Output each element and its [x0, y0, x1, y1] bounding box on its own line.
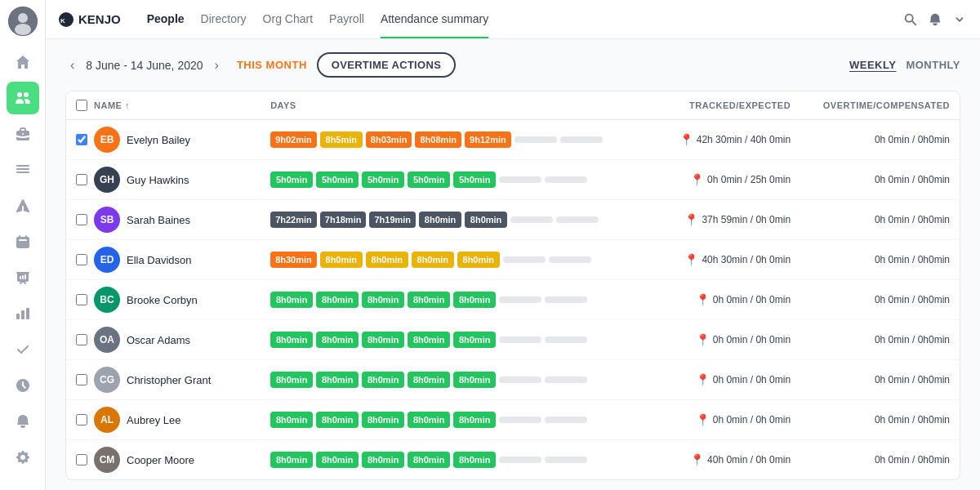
day-badge-5-6[interactable] [545, 336, 587, 343]
day-badge-2-6[interactable] [556, 216, 599, 223]
row-checkbox-3[interactable] [76, 254, 87, 265]
row-checkbox-6[interactable] [76, 374, 87, 385]
day-badge-0-0[interactable]: 9h02min [270, 131, 317, 148]
sidebar-item-people[interactable] [7, 82, 39, 114]
prev-week-button[interactable]: ‹ [65, 56, 79, 74]
day-badge-7-1[interactable]: 8h0min [316, 412, 359, 428]
row-checkbox-0[interactable] [76, 134, 87, 145]
nav-payroll[interactable]: Payroll [329, 1, 364, 38]
day-badge-4-4[interactable]: 8h0min [453, 292, 496, 308]
day-badge-2-1[interactable]: 7h18min [320, 212, 367, 228]
sidebar-item-clock[interactable] [7, 369, 39, 402]
search-icon[interactable] [903, 12, 918, 27]
day-badge-8-2[interactable]: 8h0min [362, 452, 404, 468]
day-badge-8-3[interactable]: 8h0min [408, 452, 450, 468]
day-badge-0-6[interactable] [560, 136, 603, 143]
day-badge-3-1[interactable]: 8h0min [320, 252, 363, 268]
day-badge-4-5[interactable] [499, 296, 541, 303]
next-week-button[interactable]: › [210, 56, 224, 74]
day-badge-5-4[interactable]: 8h0min [453, 332, 496, 348]
day-badge-7-5[interactable] [499, 416, 541, 423]
chevron-down-icon[interactable] [952, 12, 967, 27]
day-badge-8-4[interactable]: 8h0min [453, 452, 496, 468]
row-checkbox-5[interactable] [76, 334, 87, 345]
day-badge-7-0[interactable]: 8h0min [270, 412, 313, 428]
day-badge-1-3[interactable]: 5h0min [408, 172, 450, 188]
sidebar-item-list[interactable] [7, 154, 39, 186]
sidebar-item-tasks[interactable] [7, 333, 39, 366]
day-badge-2-3[interactable]: 8h0min [419, 212, 461, 228]
user-avatar[interactable] [8, 7, 38, 36]
monthly-view-button[interactable]: MONTHLY [906, 59, 960, 71]
day-badge-7-3[interactable]: 8h0min [408, 412, 450, 428]
sidebar-item-calendar[interactable] [7, 225, 39, 258]
day-badge-2-0[interactable]: 7h22min [270, 212, 317, 228]
day-badge-3-2[interactable]: 8h0min [366, 252, 408, 268]
day-badge-2-2[interactable]: 7h19min [369, 212, 416, 228]
weekly-view-button[interactable]: WEEKLY [849, 59, 896, 71]
row-checkbox-7[interactable] [76, 414, 87, 425]
day-badge-8-1[interactable]: 8h0min [316, 452, 359, 468]
day-badge-7-2[interactable]: 8h0min [362, 412, 404, 428]
sidebar-item-settings[interactable] [7, 441, 39, 474]
day-badge-5-1[interactable]: 8h0min [316, 332, 359, 348]
sidebar-item-chart[interactable] [7, 297, 39, 330]
day-badge-4-0[interactable]: 8h0min [270, 292, 313, 308]
day-badge-4-1[interactable]: 8h0min [316, 292, 359, 308]
day-badge-2-4[interactable]: 8h0min [465, 212, 507, 228]
nav-attendance[interactable]: Attendance summary [381, 1, 488, 38]
day-badge-4-2[interactable]: 8h0min [362, 292, 404, 308]
day-badge-6-5[interactable] [499, 376, 541, 383]
day-badge-4-3[interactable]: 8h0min [408, 292, 450, 308]
day-badge-5-2[interactable]: 8h0min [362, 332, 404, 348]
day-badge-2-5[interactable] [510, 216, 553, 223]
day-badge-1-4[interactable]: 5h0min [453, 172, 496, 188]
day-badge-4-6[interactable] [545, 296, 587, 303]
select-all-checkbox[interactable] [76, 100, 87, 111]
sidebar-item-briefcase[interactable] [7, 118, 39, 150]
sidebar-item-travel[interactable] [7, 189, 39, 222]
row-checkbox-4[interactable] [76, 294, 87, 305]
day-badge-3-0[interactable]: 8h30min [270, 252, 317, 268]
day-badge-1-6[interactable] [545, 176, 587, 183]
day-badge-6-0[interactable]: 8h0min [270, 372, 313, 388]
row-checkbox-1[interactable] [76, 174, 87, 185]
day-badge-3-3[interactable]: 8h0min [412, 252, 454, 268]
overtime-actions-button[interactable]: OVERTIME ACTIONS [317, 52, 456, 78]
sidebar-item-activity[interactable] [7, 261, 39, 294]
day-badge-3-6[interactable] [549, 256, 591, 263]
day-badge-1-2[interactable]: 5h0min [362, 172, 404, 188]
row-checkbox-2[interactable] [76, 214, 87, 225]
sidebar-item-home[interactable] [7, 46, 39, 78]
day-badge-6-6[interactable] [545, 376, 587, 383]
day-badge-3-4[interactable]: 8h0min [457, 252, 500, 268]
day-badge-7-4[interactable]: 8h0min [453, 412, 496, 428]
day-badge-1-5[interactable] [499, 176, 541, 183]
day-badge-0-1[interactable]: 8h5min [320, 131, 363, 148]
sidebar-item-clock2[interactable] [7, 405, 39, 438]
this-month-button[interactable]: THIS MONTH [237, 59, 307, 71]
nav-orgchart[interactable]: Org Chart [263, 1, 313, 38]
day-badge-8-0[interactable]: 8h0min [270, 452, 313, 468]
day-badge-6-4[interactable]: 8h0min [453, 372, 496, 388]
day-badge-6-3[interactable]: 8h0min [408, 372, 450, 388]
nav-directory[interactable]: Directory [201, 1, 247, 38]
day-badge-8-6[interactable] [545, 457, 587, 463]
day-badge-5-5[interactable] [499, 336, 541, 343]
nav-people[interactable]: People [147, 1, 185, 38]
day-badge-6-1[interactable]: 8h0min [316, 372, 359, 388]
day-badge-3-5[interactable] [503, 256, 546, 263]
notifications-icon[interactable] [928, 12, 942, 27]
day-badge-0-3[interactable]: 8h08min [415, 131, 461, 148]
day-badge-5-3[interactable]: 8h0min [408, 332, 450, 348]
day-badge-0-2[interactable]: 8h03min [366, 131, 412, 148]
day-badge-0-4[interactable]: 9h12min [465, 131, 511, 148]
day-badge-8-5[interactable] [499, 457, 541, 463]
day-badge-7-6[interactable] [545, 416, 587, 423]
day-badge-1-0[interactable]: 5h0min [270, 172, 313, 188]
day-badge-0-5[interactable] [514, 136, 557, 143]
day-badge-5-0[interactable]: 8h0min [270, 332, 313, 348]
row-checkbox-8[interactable] [76, 454, 87, 466]
day-badge-6-2[interactable]: 8h0min [362, 372, 404, 388]
day-badge-1-1[interactable]: 5h0min [316, 172, 359, 188]
